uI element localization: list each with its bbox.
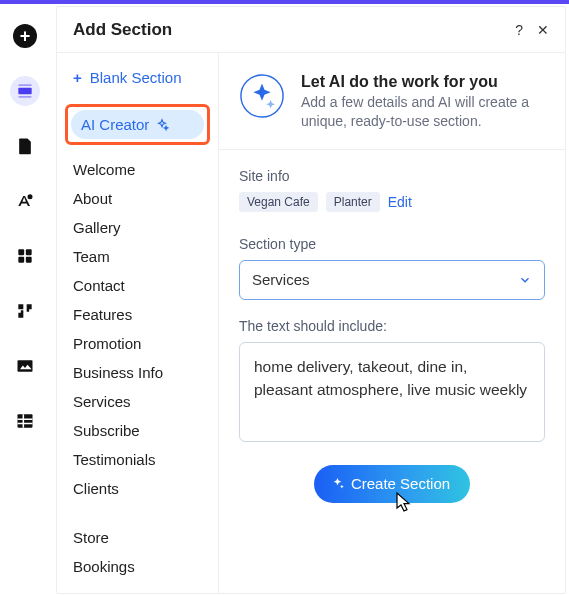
category-sidebar: + Blank Section AI Creator Welcome About…: [57, 53, 219, 593]
sidebar-item-gallery[interactable]: Gallery: [65, 213, 210, 242]
tool-rail: +: [0, 4, 50, 595]
sidebar-item-label: Gallery: [73, 219, 121, 236]
rail-data-button[interactable]: [10, 406, 40, 436]
blank-section-label: Blank Section: [90, 69, 182, 86]
sidebar-item-label: Business Info: [73, 364, 163, 381]
rail-apps-button[interactable]: [10, 241, 40, 271]
blank-section-link[interactable]: + Blank Section: [65, 63, 210, 104]
svg-rect-0: [18, 88, 31, 95]
site-info-label: Site info: [239, 168, 545, 184]
svg-rect-2: [18, 96, 31, 98]
sidebar-item-label: Welcome: [73, 161, 135, 178]
chevron-down-icon: [518, 273, 532, 287]
page-icon: [15, 136, 35, 156]
sidebar-item-testimonials[interactable]: Testimonials: [65, 445, 210, 474]
sidebar-item-label: Subscribe: [73, 422, 140, 439]
add-section-panel: Add Section ? ✕ + Blank Section AI Creat…: [56, 6, 566, 594]
svg-rect-6: [18, 257, 24, 263]
site-info-block: Site info Vegan Cafe Planter Edit: [219, 150, 565, 218]
sparkle-icon: [330, 476, 345, 491]
text-include-label: The text should include:: [239, 318, 545, 334]
sidebar-item-promotion[interactable]: Promotion: [65, 329, 210, 358]
close-button[interactable]: ✕: [537, 22, 549, 38]
rail-media-button[interactable]: [10, 351, 40, 381]
data-icon: [15, 411, 35, 431]
sidebar-item-label: Promotion: [73, 335, 141, 352]
sidebar-item-contact[interactable]: Contact: [65, 271, 210, 300]
text-include-textarea[interactable]: [239, 342, 545, 442]
sidebar-item-clients[interactable]: Clients: [65, 474, 210, 503]
rail-plugins-button[interactable]: [10, 296, 40, 326]
svg-rect-4: [18, 249, 24, 255]
panel-title: Add Section: [73, 20, 172, 40]
sidebar-item-label: Features: [73, 306, 132, 323]
section-type-block: Section type Services: [219, 218, 565, 300]
plus-icon: +: [73, 69, 82, 86]
svg-rect-9: [18, 414, 33, 427]
style-icon: [15, 191, 35, 211]
intro-desc: Add a few details and AI will create a u…: [301, 93, 545, 131]
sidebar-item-label: Services: [73, 393, 131, 410]
sidebar-item-services[interactable]: Services: [65, 387, 210, 416]
plugin-icon: [15, 301, 35, 321]
rail-styles-button[interactable]: [10, 186, 40, 216]
main-column: Let AI do the work for you Add a few det…: [219, 53, 565, 593]
ai-intro: Let AI do the work for you Add a few det…: [219, 53, 565, 150]
sidebar-item-label: Testimonials: [73, 451, 156, 468]
intro-title: Let AI do the work for you: [301, 73, 545, 91]
sidebar-item-label: Team: [73, 248, 110, 265]
site-info-edit-link[interactable]: Edit: [388, 194, 412, 210]
text-include-block: The text should include:: [219, 300, 565, 445]
ai-sparkle-icon: [239, 73, 285, 119]
help-button[interactable]: ?: [515, 22, 523, 38]
sidebar-item-label: Clients: [73, 480, 119, 497]
apps-icon: [15, 246, 35, 266]
rail-section-button[interactable]: [10, 76, 40, 106]
sidebar-item-welcome[interactable]: Welcome: [65, 155, 210, 184]
sidebar-item-features[interactable]: Features: [65, 300, 210, 329]
sidebar-item-label: Contact: [73, 277, 125, 294]
app-top-bar: [0, 0, 569, 4]
sidebar-item-label: Bookings: [73, 558, 135, 575]
image-icon: [15, 356, 35, 376]
section-icon: [15, 81, 35, 101]
svg-rect-7: [26, 257, 32, 263]
sidebar-item-ai-creator[interactable]: AI Creator: [71, 110, 204, 139]
sidebar-item-about[interactable]: About: [65, 184, 210, 213]
sidebar-item-store[interactable]: Store: [65, 523, 210, 552]
svg-rect-8: [18, 360, 33, 372]
sidebar-item-subscribe[interactable]: Subscribe: [65, 416, 210, 445]
svg-rect-1: [18, 84, 31, 86]
rail-add-button[interactable]: +: [10, 21, 40, 51]
rail-page-button[interactable]: [10, 131, 40, 161]
site-info-chip: Vegan Cafe: [239, 192, 318, 212]
sidebar-item-label: Store: [73, 529, 109, 546]
sidebar-item-business-info[interactable]: Business Info: [65, 358, 210, 387]
ai-creator-highlight: AI Creator: [65, 104, 210, 145]
panel-header: Add Section ? ✕: [57, 7, 565, 53]
create-section-button[interactable]: Create Section: [314, 465, 470, 503]
svg-point-3: [28, 194, 33, 199]
section-type-select[interactable]: Services: [239, 260, 545, 300]
sidebar-item-label: About: [73, 190, 112, 207]
sidebar-item-bookings[interactable]: Bookings: [65, 552, 210, 581]
svg-rect-5: [26, 249, 32, 255]
plus-circle-icon: +: [13, 24, 37, 48]
section-type-label: Section type: [239, 236, 545, 252]
sidebar-item-team[interactable]: Team: [65, 242, 210, 271]
sidebar-item-label: AI Creator: [81, 116, 149, 133]
site-info-chip: Planter: [326, 192, 380, 212]
section-type-value: Services: [252, 271, 310, 288]
sparkle-icon: [155, 118, 169, 132]
create-section-label: Create Section: [351, 475, 450, 492]
